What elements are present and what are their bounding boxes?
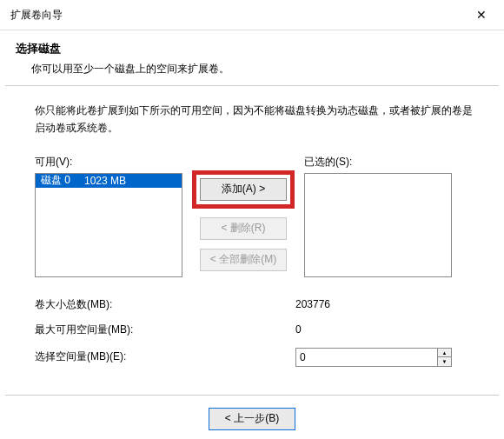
description-text: 你只能将此卷扩展到如下所示的可用空间，因为不能将磁盘转换为动态磁盘，或者被扩展的…	[35, 102, 478, 137]
available-listbox[interactable]: 磁盘 0 1023 MB	[35, 173, 182, 277]
list-item[interactable]: 磁盘 0 1023 MB	[36, 174, 182, 188]
spinner-up-icon[interactable]: ▲	[438, 349, 451, 358]
back-button[interactable]: < 上一步(B)	[209, 408, 295, 430]
select-space-input[interactable]	[295, 348, 438, 367]
spinner-buttons[interactable]: ▲ ▼	[438, 348, 452, 367]
page-subtitle: 你可以用至少一个磁盘上的空间来扩展卷。	[16, 62, 488, 76]
total-size-label: 卷大小总数(MB):	[35, 297, 295, 312]
max-space-row: 最大可用空间量(MB): 0	[35, 323, 478, 337]
remove-button-label: < 删除(R)	[222, 221, 266, 236]
selected-column: 已选的(S):	[304, 155, 452, 280]
spinner-down-icon[interactable]: ▼	[438, 357, 451, 366]
back-button-label: < 上一步(B)	[225, 411, 279, 426]
remove-button: < 删除(R)	[200, 217, 287, 240]
add-button[interactable]: 添加(A) >	[200, 178, 287, 201]
page-title: 选择磁盘	[16, 41, 488, 57]
select-space-spinner[interactable]: ▲ ▼	[295, 348, 452, 367]
remove-all-button-label: < 全部删除(M)	[210, 252, 276, 267]
selected-label: 已选的(S):	[304, 155, 452, 170]
disk-size: 1023 MB	[84, 175, 126, 187]
remove-all-button: < 全部删除(M)	[200, 249, 287, 271]
wizard-body: 你只能将此卷扩展到如下所示的可用空间，因为不能将磁盘转换为动态磁盘，或者被扩展的…	[0, 86, 504, 386]
close-icon: ✕	[476, 8, 487, 22]
selected-listbox[interactable]	[304, 173, 452, 277]
add-highlight: 添加(A) >	[192, 170, 295, 209]
select-space-row: 选择空间量(MB)(E): ▲ ▼	[35, 348, 478, 367]
window-title: 扩展卷向导	[10, 8, 63, 23]
transfer-buttons: 添加(A) > < 删除(R) < 全部删除(M)	[191, 155, 295, 280]
total-size-value: 203776	[295, 298, 452, 310]
title-bar: 扩展卷向导 ✕	[0, 0, 504, 30]
select-space-label: 选择空间量(MB)(E):	[35, 349, 295, 364]
wizard-header: 选择磁盘 你可以用至少一个磁盘上的空间来扩展卷。	[0, 30, 504, 85]
add-button-label: 添加(A) >	[222, 182, 265, 196]
close-button[interactable]: ✕	[466, 5, 497, 24]
available-label: 可用(V):	[35, 155, 182, 170]
disk-columns: 可用(V): 磁盘 0 1023 MB 添加(A) > < 删除(R) < 全部…	[35, 155, 478, 280]
disk-name: 磁盘 0	[41, 173, 70, 188]
max-space-value: 0	[295, 323, 452, 336]
available-column: 可用(V): 磁盘 0 1023 MB	[35, 155, 182, 280]
total-size-row: 卷大小总数(MB): 203776	[35, 297, 478, 312]
wizard-footer: < 上一步(B)	[5, 395, 499, 439]
size-fields: 卷大小总数(MB): 203776 最大可用空间量(MB): 0 选择空间量(M…	[35, 297, 478, 367]
max-space-label: 最大可用空间量(MB):	[35, 323, 295, 337]
